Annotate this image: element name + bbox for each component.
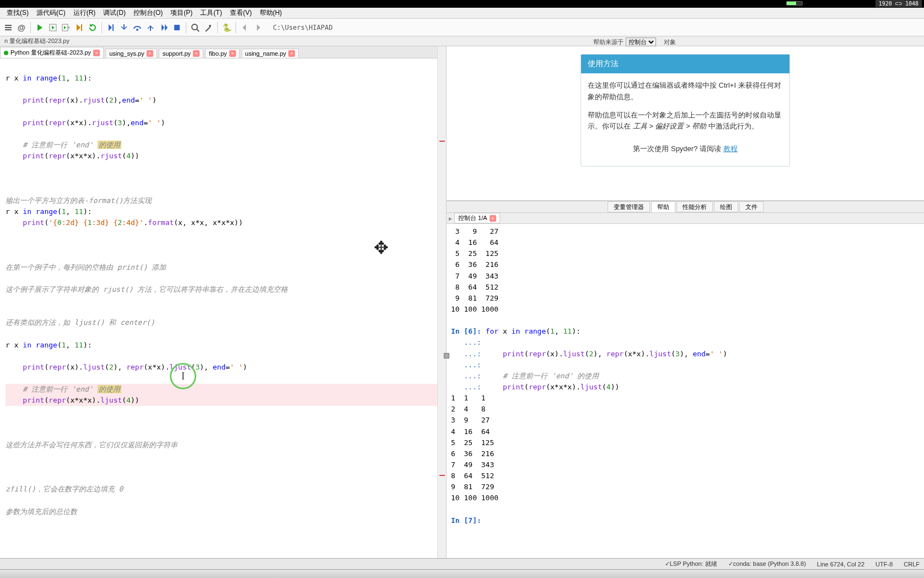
ipython-console[interactable]: 3 9 27 4 16 64 5 25 125 6 36 216 7 49 34… bbox=[447, 224, 924, 558]
code-line bbox=[6, 295, 446, 306]
debug-step-icon[interactable] bbox=[105, 22, 117, 34]
code-line bbox=[6, 429, 446, 440]
python-icon[interactable]: 🐍 bbox=[221, 22, 233, 34]
breadcrumb: n 量化编程基础-2023.py 帮助来源于 控制台 对象 bbox=[0, 36, 924, 46]
code-line: 这个例子展示了字符串对象的 rjust() 方法，它可以将字符串靠右，并在左边填… bbox=[6, 284, 446, 295]
toolbar: @ 🐍 C:\Users\HIAPAD bbox=[0, 19, 924, 36]
code-editor[interactable]: r x in range(1, 11): print(repr(x).rjust… bbox=[0, 58, 446, 569]
tutorial-link[interactable]: 教程 bbox=[723, 144, 738, 153]
menu-item[interactable]: 调试(D) bbox=[100, 7, 129, 19]
status-eol: CRLF bbox=[904, 561, 920, 568]
code-line bbox=[6, 451, 446, 462]
menu-item[interactable]: 项目(P) bbox=[167, 7, 196, 19]
code-line bbox=[6, 373, 446, 384]
help-source-selector: 帮助来源于 控制台 对象 bbox=[593, 38, 676, 46]
console-line: 2 4 8 bbox=[451, 404, 920, 415]
svg-rect-2 bbox=[81, 24, 82, 31]
os-taskbar[interactable] bbox=[0, 569, 924, 578]
help-pane: 使用方法 在这里你可以通过在编辑器或者终端中按 Ctrl+I 来获得任何对象的帮… bbox=[447, 46, 924, 201]
console-line bbox=[451, 504, 920, 515]
console-line: ...: print(repr(x).ljust(2), repr(x*x).l… bbox=[451, 349, 920, 360]
svg-point-4 bbox=[136, 29, 138, 31]
code-line bbox=[6, 173, 446, 184]
code-line bbox=[6, 84, 446, 95]
close-icon[interactable]: × bbox=[229, 50, 236, 57]
menu-item[interactable]: 帮助(H) bbox=[256, 7, 286, 19]
console-line: In [6]: for x in range(1, 11): bbox=[451, 326, 920, 337]
pane-tab[interactable]: 性能分析 bbox=[676, 201, 713, 212]
menu-item[interactable]: 查看(V) bbox=[227, 7, 255, 19]
settings-icon[interactable] bbox=[202, 22, 214, 34]
debug-continue-icon[interactable] bbox=[158, 22, 170, 34]
menu-item[interactable]: 运行(R) bbox=[70, 7, 99, 19]
console-line: 5 25 125 bbox=[451, 248, 920, 259]
close-icon[interactable]: × bbox=[93, 50, 100, 56]
code-line: r x in range(1, 11): bbox=[6, 206, 446, 217]
resolution-badge: 1920 ⊂⊃ 1048 bbox=[875, 0, 922, 7]
code-line bbox=[6, 306, 446, 317]
run-icon[interactable] bbox=[34, 22, 46, 34]
code-line bbox=[6, 129, 446, 140]
help-source-dropdown[interactable]: 控制台 bbox=[626, 38, 656, 46]
editor-tab[interactable]: using_sys.py× bbox=[105, 49, 157, 58]
status-encoding: UTF-8 bbox=[875, 561, 893, 568]
pane-tab[interactable]: 帮助 bbox=[651, 201, 675, 212]
menubar: 查找(S)源代码(C)运行(R)调试(D)控制台(O)项目(P)工具(T)查看(… bbox=[0, 8, 924, 19]
toolbar-menu-icon[interactable] bbox=[2, 22, 14, 34]
splitter-handle[interactable] bbox=[444, 353, 449, 358]
nav-forward-icon[interactable] bbox=[252, 22, 264, 34]
menu-item[interactable]: 工具(T) bbox=[197, 7, 225, 19]
tab-label: Python 量化编程基础-2023.py bbox=[10, 49, 91, 57]
pane-tab[interactable]: 文件 bbox=[739, 201, 764, 212]
code-line bbox=[6, 162, 446, 173]
window-topbar: 1920 ⊂⊃ 1048 bbox=[0, 0, 924, 8]
run-cell-icon[interactable] bbox=[47, 22, 59, 34]
code-line: # 注意前一行 'end' 的使用 bbox=[6, 140, 446, 151]
console-tab[interactable]: 控制台 1/A × bbox=[454, 213, 500, 223]
svg-point-6 bbox=[192, 24, 197, 30]
editor-minimap[interactable] bbox=[437, 46, 446, 569]
rerun-icon[interactable] bbox=[87, 22, 99, 34]
editor-tab[interactable]: using_name.py× bbox=[241, 49, 299, 58]
debug-step-over-icon[interactable] bbox=[131, 22, 143, 34]
menu-item[interactable]: 查找(S) bbox=[3, 7, 32, 19]
editor-tab[interactable]: support.py× bbox=[159, 49, 203, 58]
code-line: 输出一个平方与立方的表-format()方法实现 bbox=[6, 195, 446, 206]
status-lsp: ✓LSP Python: 就绪 bbox=[665, 560, 717, 568]
tab-label: fibo.py bbox=[209, 50, 227, 57]
menu-item[interactable]: 控制台(O) bbox=[130, 7, 166, 19]
pane-tab[interactable]: 变量管理器 bbox=[608, 201, 650, 212]
menu-item[interactable]: 源代码(C) bbox=[33, 7, 69, 19]
console-line: 10 100 1000 bbox=[451, 493, 920, 504]
console-tabs-icon[interactable]: ▸ bbox=[449, 215, 452, 222]
help-card-p1: 在这里你可以通过在编辑器或者终端中按 Ctrl+I 来获得任何对象的帮助信息。 bbox=[588, 80, 783, 103]
debug-step-out-icon[interactable] bbox=[144, 22, 157, 34]
battery-icon bbox=[786, 1, 803, 6]
console-line: ...: print(repr(x*x*x).ljust(4)) bbox=[451, 382, 920, 393]
close-icon[interactable]: × bbox=[288, 50, 295, 57]
console-line: ...: bbox=[451, 360, 920, 371]
debug-stop-icon[interactable] bbox=[171, 22, 183, 34]
zoom-icon[interactable] bbox=[189, 22, 201, 34]
nav-back-icon[interactable] bbox=[239, 22, 251, 34]
status-cursor-pos: Line 6724, Col 22 bbox=[817, 561, 864, 568]
console-line: 4 16 64 bbox=[451, 426, 920, 437]
working-dir-path[interactable]: C:\Users\HIAPAD bbox=[270, 23, 922, 33]
console-line: In [7]: bbox=[451, 515, 920, 526]
console-line: 1 1 1 bbox=[451, 393, 920, 404]
close-icon[interactable]: × bbox=[490, 215, 496, 222]
close-icon[interactable]: × bbox=[193, 50, 200, 57]
svg-rect-5 bbox=[174, 25, 180, 30]
console-line: 5 25 125 bbox=[451, 437, 920, 448]
toolbar-at-icon[interactable]: @ bbox=[15, 22, 28, 34]
close-icon[interactable]: × bbox=[147, 50, 153, 57]
status-conda[interactable]: ✓conda: base (Python 3.8.8) bbox=[728, 560, 806, 568]
code-line: print(repr(x*x*x).rjust(4)) bbox=[6, 151, 446, 162]
debug-step-into-icon[interactable] bbox=[118, 22, 130, 34]
run-cell-advance-icon[interactable] bbox=[60, 22, 72, 34]
tab-label: using_name.py bbox=[245, 50, 287, 57]
pane-tab[interactable]: 绘图 bbox=[714, 201, 738, 212]
editor-tab[interactable]: Python 量化编程基础-2023.py× bbox=[0, 47, 104, 58]
run-selection-icon[interactable] bbox=[73, 22, 85, 34]
editor-tab[interactable]: fibo.py× bbox=[205, 49, 239, 58]
